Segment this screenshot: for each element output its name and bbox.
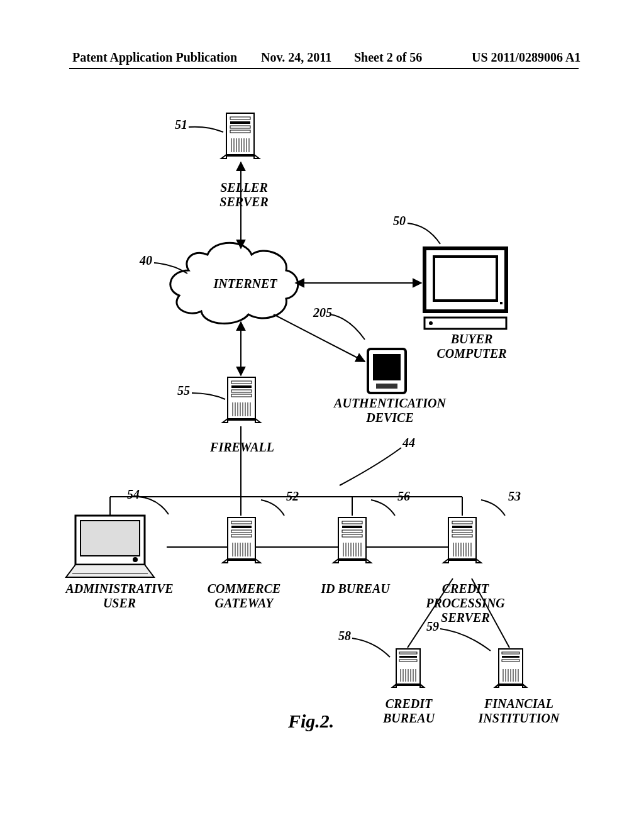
label-financial-institution: FINANCIALINSTITUTION [469,697,569,726]
ref-50: 50 [393,214,406,228]
svg-rect-29 [434,257,497,301]
label-admin-user: ADMINISTRATIVEUSER [57,582,182,611]
buyer-computer-icon [425,248,506,329]
credit-bureau-icon [392,649,424,687]
svg-rect-34 [373,354,401,380]
ref-40: 40 [140,253,152,268]
seller-server-icon [221,113,259,158]
ref-54: 54 [127,487,140,502]
label-credit-bureau: CREDITBUREAU [371,697,447,726]
credit-processing-icon [443,517,481,563]
ref-55: 55 [177,384,190,398]
ref-58: 58 [338,629,351,643]
label-id-bureau: ID BUREAU [311,582,399,596]
svg-point-45 [133,557,138,562]
ref-51: 51 [175,118,187,132]
ref-205: 205 [313,306,332,320]
label-internet: INTERNET [201,277,289,291]
ref-56: 56 [397,489,410,504]
label-commerce-gateway: COMMERCEGATEWAY [200,582,288,611]
financial-institution-icon [495,649,526,687]
svg-line-27 [274,314,365,362]
ref-44: 44 [402,436,415,450]
id-bureau-icon [333,517,371,563]
svg-rect-35 [376,384,397,389]
label-credit-processing: CREDITPROCESSINGSERVER [418,582,513,625]
label-seller-server: SELLERSERVER [200,180,288,209]
label-auth-device: AUTHENTICATIONDEVICE [321,396,459,425]
svg-point-31 [429,321,433,325]
svg-rect-30 [425,318,506,329]
label-buyer-computer: BUYERCOMPUTER [428,332,516,361]
firewall-icon [223,377,260,423]
svg-rect-44 [80,521,140,556]
label-firewall: FIREWALL [204,440,280,455]
svg-rect-32 [500,302,502,304]
ref-53: 53 [508,489,521,504]
admin-user-icon [66,516,154,577]
figure-caption: Fig.2. [288,711,334,732]
auth-device-icon [368,349,406,393]
commerce-gateway-icon [223,517,260,563]
ref-52: 52 [286,489,299,504]
ref-59: 59 [426,619,439,634]
